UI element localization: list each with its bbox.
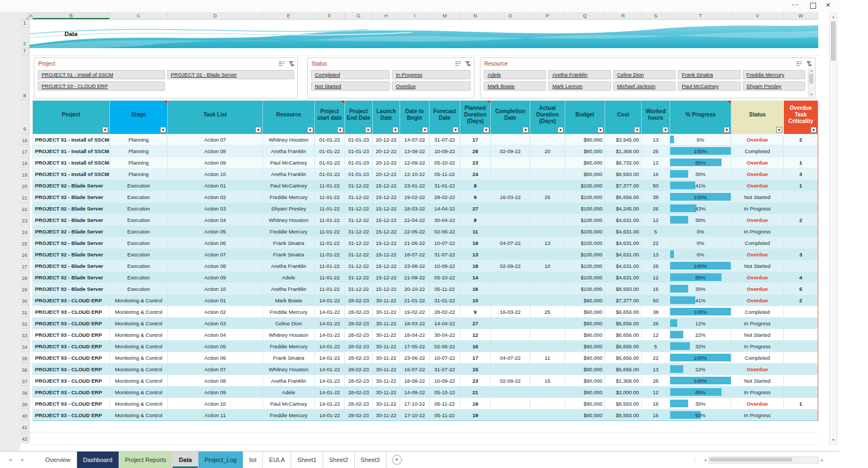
table-cell[interactable]: Action 04 [168,214,263,226]
clear-filter-icon[interactable] [805,60,813,67]
table-cell[interactable]: 10-09-22 [430,375,460,387]
filter-dropdown-icon[interactable]: ▾ [483,127,489,133]
table-cell[interactable]: 14-01-22 [315,329,345,341]
table-cell[interactable]: $3,945.00 [605,134,642,145]
table-cell[interactable]: 01-01-23 [345,157,373,168]
table-cell[interactable]: Freddie Mercury [263,410,315,421]
table-cell[interactable]: 30% [670,398,731,410]
table-cell[interactable]: 31-07-22 [430,364,460,375]
table-cell[interactable] [530,272,565,283]
filter-dropdown-icon[interactable]: ▾ [337,127,343,133]
table-cell[interactable]: Action 07 [168,249,263,260]
slicer-item-project-01-install-of-sscm[interactable]: PROJECT 01 - Install of SSCM [38,70,165,79]
table-cell[interactable]: Not Started [731,375,784,387]
table-cell[interactable]: 20-12-22 [373,168,400,180]
vertical-scrollbar[interactable]: ▲ ▼ [829,13,837,444]
table-cell[interactable] [530,168,565,180]
table-cell[interactable]: 85% [670,272,731,283]
table-cell[interactable]: $100,000 [565,237,605,249]
table-cell[interactable]: 16-03-22 [491,306,530,318]
slicer-item-mark-lennon[interactable]: Mark Lennon [548,81,611,91]
table-cell[interactable]: Action 02 [168,191,263,203]
table-cell[interactable]: 23-06-22 [400,352,430,364]
table-cell[interactable] [491,410,530,421]
row-header-9[interactable]: 9 [20,100,30,133]
table-cell[interactable]: $8,593.00 [605,398,642,410]
table-cell[interactable]: 14-01-22 [315,410,345,421]
multiselect-icon[interactable] [454,60,462,67]
empty-row[interactable] [30,421,818,433]
slicer-item-aretha-franklin[interactable]: Aretha Franklin [548,70,611,79]
table-cell[interactable]: Monitoring & Control [110,318,168,329]
slicer-item-overdue[interactable]: Overdue [392,81,471,91]
table-cell[interactable]: Execution [110,214,168,226]
filter-dropdown-icon[interactable]: ▾ [422,127,428,133]
table-cell[interactable]: Adele [263,272,315,283]
table-cell[interactable] [784,341,818,352]
table-cell[interactable] [491,226,530,237]
table-cell[interactable]: 50 [642,295,670,306]
table-cell[interactable]: 1 [784,180,818,191]
table-cell[interactable]: $100,000 [565,214,605,226]
table-cell[interactable]: 28-02-23 [345,398,373,410]
slicer-item-paul-mccartney[interactable]: Paul McCartney [678,81,740,91]
table-cell[interactable]: 26 [642,203,670,214]
table-cell[interactable]: 01-01-23 [345,168,373,180]
table-cell[interactable] [784,145,818,157]
table-cell[interactable]: $100,000 [565,272,605,283]
table-cell[interactable]: Shyam Presley [263,203,315,214]
table-cell[interactable]: Execution [110,260,168,272]
filter-dropdown-icon[interactable]: ▾ [255,127,261,133]
table-cell[interactable]: 18-07-22 [400,249,430,260]
table-cell[interactable]: 5 [642,341,670,352]
table-header-resource[interactable]: Resource▾ [263,101,315,134]
table-cell[interactable] [491,249,530,260]
table-cell[interactable]: 01-01-23 [345,134,373,145]
table-cell[interactable]: 2 [784,295,818,306]
table-cell[interactable]: 01-01-22 [315,145,345,157]
table-cell[interactable]: 04-07-22 [491,352,530,364]
table-cell[interactable]: $100,000 [565,249,605,260]
table-cell[interactable]: 23-08-22 [400,260,430,272]
table-cell[interactable]: Whitney Houston [263,364,315,375]
table-cell[interactable]: 02-06-22 [430,341,460,352]
table-cell[interactable]: PROJECT 03 - CLOUD ERP [33,295,110,306]
filter-dropdown-icon[interactable]: ▾ [597,127,603,133]
table-cell[interactable]: Overdue [731,168,784,180]
table-cell[interactable]: PROJECT 01 - Install of SSCM [33,145,110,157]
table-cell[interactable]: 01-01-23 [345,145,373,157]
table-cell[interactable]: 27 [460,318,491,329]
table-cell[interactable]: 26 [642,375,670,387]
table-cell[interactable]: 28-02-23 [345,410,373,421]
table-cell[interactable]: 31-12-22 [345,260,373,272]
table-cell[interactable]: $90,000 [565,375,605,387]
row-header-29[interactable]: 29 [20,283,30,294]
table-cell[interactable]: Execution [110,180,168,191]
table-cell[interactable]: 13 [642,134,670,145]
table-cell[interactable] [530,157,565,168]
table-cell[interactable]: 30-11-22 [373,295,400,306]
table-header-project-end-date[interactable]: Project End Date▾ [345,101,373,134]
table-cell[interactable]: Freddie Mercury [263,341,315,352]
column-header-R[interactable]: R [605,12,642,20]
row-header-30[interactable]: 30 [20,294,30,306]
table-cell[interactable]: $100,000 [565,191,605,203]
tab-scroll-left-icon[interactable]: ◄ [8,457,13,463]
table-cell[interactable]: $80,000 [565,134,605,145]
table-cell[interactable]: $100,000 [565,203,605,214]
table-cell[interactable]: 11-01-22 [315,249,345,260]
table-cell[interactable]: Planning [110,168,168,180]
row-header-22[interactable]: 22 [20,202,30,214]
table-cell[interactable] [530,329,565,341]
table-cell[interactable] [784,191,818,203]
table-cell[interactable]: 14-01-22 [315,387,345,398]
table-cell[interactable]: Execution [110,191,168,203]
row-header-19[interactable]: 19 [20,168,30,179]
table-cell[interactable]: 14-01-22 [315,398,345,410]
table-cell[interactable]: 13 [530,237,565,249]
table-cell[interactable]: Not Started [731,191,784,203]
table-cell[interactable]: Action 01 [168,180,263,191]
table-cell[interactable]: $6,656.00 [605,318,642,329]
table-header-cost[interactable]: Cost▾ [605,101,642,134]
table-cell[interactable] [530,226,565,237]
